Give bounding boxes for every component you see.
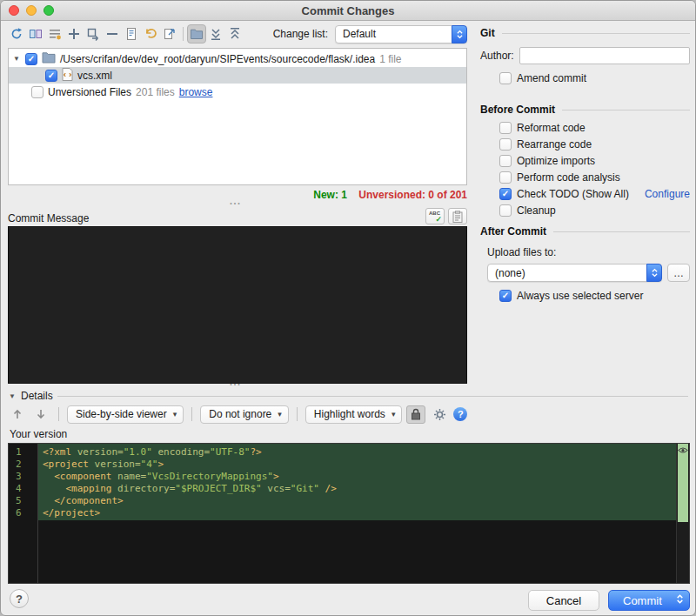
toolbar-separator xyxy=(58,407,59,421)
always-server-label: Always use selected server xyxy=(517,290,643,302)
upload-target-select[interactable]: (none) xyxy=(487,264,662,282)
configure-link[interactable]: Configure xyxy=(645,188,690,200)
add-icon[interactable] xyxy=(64,24,84,44)
rearrange-code-row[interactable]: ✓ Rearrange code xyxy=(499,138,592,151)
tree-row-vcs-xml[interactable]: ✓ vcs.xml xyxy=(9,67,466,84)
analysis-checkbox[interactable]: ✓ xyxy=(499,171,512,184)
your-version-label: Your version xyxy=(10,428,67,440)
whitespace-value: Do not ignore xyxy=(209,408,271,420)
unversioned-label: Unversioned Files xyxy=(48,86,131,98)
diff-code-pane[interactable]: <?xml version="1.0" encoding="UTF-8"?><p… xyxy=(38,444,676,583)
whitespace-select[interactable]: Do not ignore ▾ xyxy=(200,405,289,424)
move-to-changelist-icon[interactable] xyxy=(84,24,103,44)
file-checkbox[interactable]: ✓ xyxy=(45,70,57,82)
details-disclosure-icon[interactable]: ▼ xyxy=(8,392,17,400)
splitter-handle[interactable]: ••• xyxy=(218,201,253,206)
commit-button[interactable]: Commit xyxy=(608,590,690,611)
amend-label: Amend commit xyxy=(517,72,586,84)
previous-difference-icon[interactable] xyxy=(8,405,27,424)
title-bar[interactable]: Commit Changes xyxy=(1,1,695,21)
close-button[interactable] xyxy=(9,5,19,16)
tree-row-unversioned[interactable]: ✓ Unversioned Files 201 files browse xyxy=(9,84,466,100)
revert-icon[interactable] xyxy=(141,24,160,44)
cleanup-checkbox[interactable]: ✓ xyxy=(499,204,512,217)
disclosure-triangle-icon[interactable]: ▼ xyxy=(12,55,21,63)
reformat-code-row[interactable]: ✓ Reformat code xyxy=(499,122,586,134)
browse-link[interactable]: browse xyxy=(179,86,213,98)
highlight-mode-value: Highlight words xyxy=(314,408,385,420)
spellcheck-button[interactable]: ABC ✓ xyxy=(425,208,445,224)
upload-row: (none) … xyxy=(487,264,690,282)
expand-all-icon[interactable] xyxy=(206,24,225,44)
minimize-button[interactable] xyxy=(26,5,37,16)
folder-file-count: 1 file xyxy=(379,53,401,65)
gear-icon[interactable] xyxy=(430,405,449,424)
code-line: </project> xyxy=(43,507,676,519)
zoom-button[interactable] xyxy=(44,5,54,16)
upload-more-button[interactable]: … xyxy=(667,264,690,282)
rearrange-checkbox[interactable]: ✓ xyxy=(499,138,512,151)
always-server-checkbox[interactable]: ✓ xyxy=(499,290,512,302)
popup-arrows-icon xyxy=(452,25,467,44)
eye-icon[interactable] xyxy=(678,445,688,454)
always-server-row[interactable]: ✓ Always use selected server xyxy=(499,290,643,302)
change-list-select[interactable]: Default xyxy=(335,25,467,44)
viewer-mode-select[interactable]: Side-by-side viewer ▾ xyxy=(67,405,184,424)
todo-checkbox[interactable]: ✓ xyxy=(499,188,512,200)
code-line: <?xml version="1.0" encoding="UTF-8"?> xyxy=(43,446,676,459)
cancel-button[interactable]: Cancel xyxy=(528,590,599,611)
optimize-label: Optimize imports xyxy=(517,155,595,167)
change-list-value: Default xyxy=(343,28,376,40)
unversioned-checkbox[interactable]: ✓ xyxy=(31,86,44,98)
highlight-mode-select[interactable]: Highlight words ▾ xyxy=(305,405,403,424)
viewer-mode-value: Side-by-side viewer xyxy=(76,408,167,420)
help-button[interactable]: ? xyxy=(10,589,29,608)
details-header: ▼ Details xyxy=(1,390,695,402)
commit-button-label: Commit xyxy=(623,594,662,607)
changelist-icon[interactable] xyxy=(45,24,64,44)
amend-commit-row[interactable]: ✓ Amend commit xyxy=(499,72,586,84)
code-analysis-row[interactable]: ✓ Perform code analysis xyxy=(499,171,620,184)
check-icon: ✓ xyxy=(435,215,442,224)
cleanup-label: Cleanup xyxy=(517,204,556,217)
folder-path: /Users/crifan/dev/dev_root/daryun/SIPEve… xyxy=(60,53,375,65)
show-diff-icon[interactable] xyxy=(26,24,45,44)
message-history-button[interactable] xyxy=(448,208,467,224)
amend-checkbox[interactable]: ✓ xyxy=(499,72,512,84)
commit-message-header: Commit Message ABC ✓ xyxy=(8,207,467,224)
optimize-imports-row[interactable]: ✓ Optimize imports xyxy=(499,155,595,167)
refresh-icon[interactable] xyxy=(7,24,26,44)
optimize-checkbox[interactable]: ✓ xyxy=(499,155,512,167)
commit-message-box xyxy=(8,226,467,384)
code-line: <mapping directory="$PROJECT_DIR$" vcs="… xyxy=(43,483,676,495)
line-number: 4 xyxy=(9,483,37,495)
author-input[interactable] xyxy=(519,47,690,64)
collapse-all-icon[interactable] xyxy=(225,24,244,44)
cleanup-row[interactable]: ✓ Cleanup xyxy=(499,204,556,217)
reformat-checkbox[interactable]: ✓ xyxy=(499,122,512,134)
diff-scroll-stripe[interactable] xyxy=(676,444,689,583)
diff-editor[interactable]: 123456 <?xml version="1.0" encoding="UTF… xyxy=(8,443,690,584)
commit-message-label: Commit Message xyxy=(8,212,422,224)
next-difference-icon[interactable] xyxy=(31,405,50,424)
splitter-handle[interactable]: ••• xyxy=(218,382,253,387)
jump-to-source-icon[interactable] xyxy=(160,24,179,44)
reformat-label: Reformat code xyxy=(517,122,586,134)
added-lines-marker[interactable] xyxy=(678,444,688,522)
window-title: Commit Changes xyxy=(302,4,395,17)
check-todo-row[interactable]: ✓ Check TODO (Show All) Configure xyxy=(499,188,690,200)
tree-row-idea-folder[interactable]: ▼ ✓ /Users/crifan/dev/dev_root/daryun/SI… xyxy=(9,50,466,67)
upload-target-value: (none) xyxy=(495,267,525,279)
folder-checkbox[interactable]: ✓ xyxy=(25,53,37,65)
commit-dropdown-chevrons-icon xyxy=(676,593,684,607)
changes-view-icon[interactable] xyxy=(122,24,141,44)
commit-message-input[interactable] xyxy=(9,227,466,383)
remove-icon[interactable] xyxy=(103,24,122,44)
group-by-directory-icon[interactable] xyxy=(187,24,206,44)
diff-help-icon[interactable]: ? xyxy=(453,407,467,421)
popup-arrows-icon xyxy=(646,264,662,282)
code-line: <project version="4"> xyxy=(43,459,676,471)
dropdown-arrow-icon: ▾ xyxy=(278,410,282,418)
details-title: Details xyxy=(21,390,53,402)
lock-icon[interactable] xyxy=(406,405,425,424)
